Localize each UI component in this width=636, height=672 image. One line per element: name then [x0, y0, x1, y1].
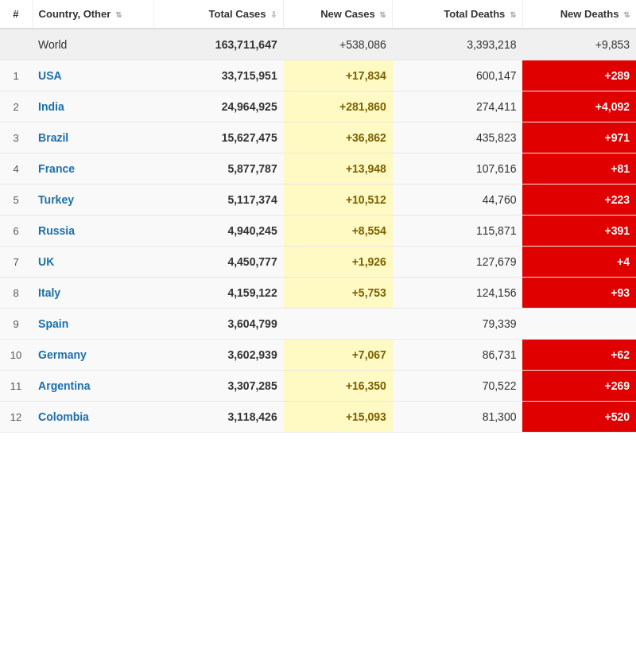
header-total-cases[interactable]: Total Cases ⇩ [153, 0, 284, 29]
row-total-cases: 4,159,122 [153, 278, 284, 309]
row-new-cases: +17,834 [284, 60, 393, 91]
table-row: 5Turkey5,117,374+10,51244,760+223 [0, 185, 636, 216]
row-total-deaths: 44,760 [393, 185, 523, 216]
row-num: 10 [0, 340, 32, 371]
row-new-cases: +36,862 [284, 122, 393, 153]
row-new-deaths: +520 [522, 402, 636, 433]
row-country[interactable]: UK [32, 247, 153, 278]
row-total-cases: 3,307,285 [153, 371, 284, 402]
sort-icon-country: ⇅ [115, 10, 122, 19]
header-country[interactable]: Country, Other ⇅ [32, 0, 153, 29]
table-row: 7UK4,450,777+1,926127,679+4 [0, 247, 636, 278]
row-country[interactable]: Argentina [32, 371, 153, 402]
row-new-deaths: +971 [522, 122, 636, 153]
table-header-row: # Country, Other ⇅ Total Cases ⇩ New Cas… [0, 0, 636, 29]
world-total-deaths: 3,393,218 [393, 29, 523, 60]
row-total-deaths: 115,871 [393, 216, 523, 247]
row-total-deaths: 70,522 [393, 371, 523, 402]
header-new-deaths[interactable]: New Deaths ⇅ [522, 0, 636, 29]
row-num: 8 [0, 278, 32, 309]
row-country[interactable]: Colombia [32, 402, 153, 433]
table-row: 6Russia4,940,245+8,554115,871+391 [0, 216, 636, 247]
row-total-deaths: 127,679 [393, 247, 523, 278]
row-country[interactable]: Germany [32, 340, 153, 371]
row-new-deaths: +223 [522, 185, 636, 216]
row-num: 3 [0, 122, 32, 153]
row-new-deaths: +62 [522, 340, 636, 371]
row-total-cases: 5,877,787 [153, 153, 284, 185]
sort-icon-total-deaths: ⇅ [510, 10, 516, 19]
row-country[interactable]: Brazil [32, 122, 153, 153]
world-total-cases: 163,711,647 [153, 29, 284, 60]
table-row: 8Italy4,159,122+5,753124,156+93 [0, 278, 636, 309]
covid-stats-table: # Country, Other ⇅ Total Cases ⇩ New Cas… [0, 0, 636, 433]
row-total-deaths: 600,147 [393, 60, 523, 91]
row-total-deaths: 107,616 [393, 153, 523, 185]
row-country[interactable]: Russia [32, 216, 153, 247]
table-row: 11Argentina3,307,285+16,35070,522+269 [0, 371, 636, 402]
row-new-deaths: +269 [522, 371, 636, 402]
row-new-cases: +15,093 [284, 402, 393, 433]
row-num: 7 [0, 247, 32, 278]
world-new-deaths: +9,853 [522, 29, 636, 60]
row-total-cases: 5,117,374 [153, 185, 284, 216]
row-num: 6 [0, 216, 32, 247]
table-row: 2India24,964,925+281,860274,411+4,092 [0, 91, 636, 122]
table-row: 4France5,877,787+13,948107,616+81 [0, 153, 636, 185]
row-total-deaths: 274,411 [393, 91, 523, 122]
sort-icon-total-cases: ⇩ [270, 10, 277, 19]
row-new-cases: +281,860 [284, 91, 393, 122]
world-new-cases: +538,086 [284, 29, 393, 60]
row-new-deaths: +4,092 [522, 91, 636, 122]
row-country[interactable]: Italy [32, 278, 153, 309]
sort-icon-new-deaths: ⇅ [623, 10, 630, 19]
row-country[interactable]: India [32, 91, 153, 122]
row-new-deaths: +81 [522, 153, 636, 185]
row-total-deaths: 124,156 [393, 278, 523, 309]
row-total-deaths: 435,823 [393, 122, 523, 153]
row-new-cases: +7,067 [284, 340, 393, 371]
header-num: # [0, 0, 32, 29]
world-name: World [32, 29, 153, 60]
row-new-cases: +16,350 [284, 371, 393, 402]
row-num: 2 [0, 91, 32, 122]
header-total-deaths[interactable]: Total Deaths ⇅ [393, 0, 523, 29]
row-country[interactable]: Turkey [32, 185, 153, 216]
row-country[interactable]: France [32, 153, 153, 185]
table-row: 12Colombia3,118,426+15,09381,300+520 [0, 402, 636, 433]
row-total-cases: 4,940,245 [153, 216, 284, 247]
table-row: 3Brazil15,627,475+36,862435,823+971 [0, 122, 636, 153]
row-num: 11 [0, 371, 32, 402]
row-new-deaths [522, 309, 636, 340]
header-new-cases[interactable]: New Cases ⇅ [284, 0, 393, 29]
table-row: 10Germany3,602,939+7,06786,731+62 [0, 340, 636, 371]
row-new-deaths: +93 [522, 278, 636, 309]
row-total-cases: 3,602,939 [153, 340, 284, 371]
sort-icon-new-cases: ⇅ [379, 10, 386, 19]
table-row: 1USA33,715,951+17,834600,147+289 [0, 60, 636, 91]
row-new-deaths: +391 [522, 216, 636, 247]
row-new-cases: +5,753 [284, 278, 393, 309]
row-total-cases: 33,715,951 [153, 60, 284, 91]
row-total-cases: 4,450,777 [153, 247, 284, 278]
row-num: 12 [0, 402, 32, 433]
row-new-deaths: +289 [522, 60, 636, 91]
row-total-cases: 3,118,426 [153, 402, 284, 433]
row-total-cases: 15,627,475 [153, 122, 284, 153]
row-num: 9 [0, 309, 32, 340]
row-country[interactable]: Spain [32, 309, 153, 340]
row-num: 5 [0, 185, 32, 216]
row-country[interactable]: USA [32, 60, 153, 91]
row-new-cases: +13,948 [284, 153, 393, 185]
row-total-cases: 24,964,925 [153, 91, 284, 122]
row-new-cases: +8,554 [284, 216, 393, 247]
row-new-cases: +1,926 [284, 247, 393, 278]
row-new-cases: +10,512 [284, 185, 393, 216]
row-new-cases [284, 309, 393, 340]
world-num [0, 29, 32, 60]
row-num: 1 [0, 60, 32, 91]
row-total-deaths: 86,731 [393, 340, 523, 371]
row-num: 4 [0, 153, 32, 185]
row-total-deaths: 79,339 [393, 309, 523, 340]
row-total-deaths: 81,300 [393, 402, 523, 433]
